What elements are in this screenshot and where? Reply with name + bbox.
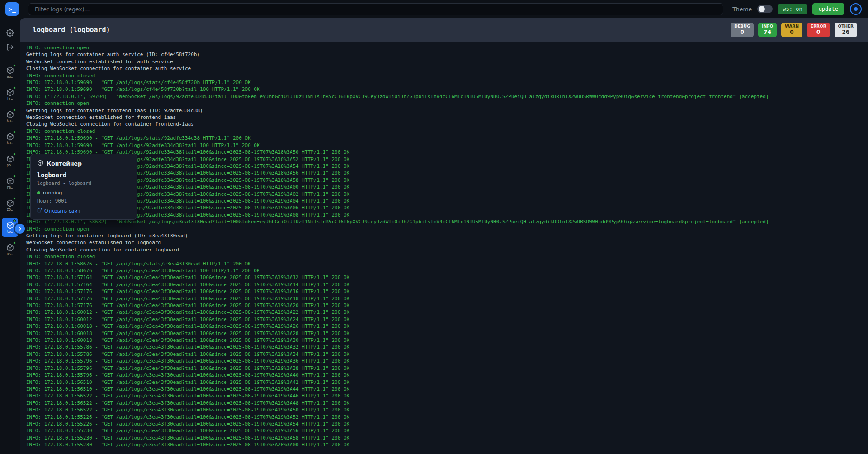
container-label: au…: [7, 75, 13, 79]
logout-icon: [6, 43, 14, 53]
log-line: INFO: 172.18.0.1:59690 - "GET /api/logs/…: [26, 149, 868, 156]
log-line: INFO: ('172.18.0.1', 59704) - "WebSocket…: [26, 93, 868, 100]
log-line: INFO: connection closed: [26, 128, 868, 135]
log-line: INFO: 172.18.0.1:59690 - "GET /api/logs/…: [26, 170, 868, 176]
log-line: Closing WebSocket connection for contain…: [26, 121, 868, 128]
logout-button[interactable]: [4, 42, 16, 54]
log-line: INFO: 172.18.0.1:58676 - "GET /api/logs/…: [26, 260, 868, 267]
container-label: ka…: [7, 119, 13, 123]
external-link-icon: [37, 208, 42, 214]
container-label: fr…: [7, 97, 13, 101]
update-button[interactable]: update: [812, 3, 844, 15]
log-line: INFO: 172.18.0.1:56522 - "GET /api/logs/…: [26, 393, 868, 399]
log-line: INFO: 172.18.0.1:59690 - "GET /api/logs/…: [26, 198, 868, 204]
log-line: INFO: connection closed: [26, 253, 868, 260]
main-header: logboard (logboard) DEBUG 0 INFO 74 WARN…: [20, 18, 868, 42]
log-line: INFO: 172.18.0.1:60018 - "GET /api/logs/…: [26, 330, 868, 337]
sidebar-container-item[interactable]: au…: [2, 62, 18, 82]
sidebar-container-item[interactable]: re…: [2, 173, 18, 193]
filter-input[interactable]: [28, 3, 723, 15]
running-status-dot: [37, 191, 40, 194]
level-badge-label: OTHER: [838, 24, 854, 29]
sidebar-container-item[interactable]: fr…: [2, 85, 18, 104]
log-line: INFO: 172.18.0.1:59690 - "GET /api/logs/…: [26, 184, 868, 190]
avatar-icon: [854, 7, 858, 11]
container-icon: [37, 160, 43, 167]
log-line: INFO: 172.18.0.1:59690 - "GET /api/logs/…: [26, 135, 868, 142]
sidebar-container-item[interactable]: us…: [2, 240, 18, 260]
log-line: INFO: 172.18.0.1:59690 - "GET /api/logs/…: [26, 156, 868, 163]
running-dot: [13, 219, 16, 222]
running-dot: [13, 64, 16, 67]
topbar-controls: Theme ws: on update: [732, 3, 863, 15]
theme-toggle[interactable]: [757, 5, 773, 13]
log-list[interactable]: INFO: connection openGetting logs for co…: [20, 42, 868, 454]
app-logo-icon: >_: [5, 2, 19, 16]
level-badge-count: 0: [785, 29, 799, 36]
open-site-label: Открыть сайт: [44, 208, 80, 214]
running-dot: [13, 175, 16, 178]
main-panel: logboard (logboard) DEBUG 0 INFO 74 WARN…: [20, 18, 868, 454]
log-line: INFO: connection open: [26, 100, 868, 107]
log-line: INFO: 172.18.0.1:59690 - "GET /api/logs/…: [26, 191, 868, 198]
container-label: lo…: [7, 230, 13, 234]
log-line: INFO: 172.18.0.1:56510 - "GET /api/logs/…: [26, 379, 868, 386]
container-icon: [6, 133, 14, 141]
tooltip-title: Контейнер: [47, 160, 82, 167]
running-dot: [13, 153, 16, 156]
log-line: INFO: 172.18.0.1:55786 - "GET /api/logs/…: [26, 351, 868, 358]
log-line: INFO: connection open: [26, 226, 868, 232]
log-line: Getting logs for container frontend-iaas…: [26, 107, 868, 114]
log-line: INFO: connection closed: [26, 72, 868, 79]
log-line: INFO: 172.18.0.1:59690 - "GET /api/logs/…: [26, 204, 868, 211]
log-line: INFO: 172.18.0.1:59690 - "GET /api/logs/…: [26, 163, 868, 170]
running-dot: [13, 131, 16, 133]
log-line: INFO: 172.18.0.1:56522 - "GET /api/logs/…: [26, 407, 868, 413]
sidebar-container-item[interactable]: ka…: [2, 107, 18, 127]
tooltip-header: Контейнер: [37, 160, 130, 167]
open-site-link[interactable]: Открыть сайт: [37, 208, 130, 214]
tooltip-status-text: running: [43, 190, 62, 196]
gear-icon: [6, 29, 14, 38]
log-line: INFO: 172.18.0.1:55226 - "GET /api/logs/…: [26, 421, 868, 427]
sidebar-container-item[interactable]: po…: [2, 151, 18, 171]
tooltip-container-name: logboard: [37, 171, 130, 179]
log-line: INFO: 172.18.0.1:59690 - "GET /api/logs/…: [26, 86, 868, 93]
log-line: INFO: 172.18.0.1:59690 - "GET /api/logs/…: [26, 212, 868, 218]
log-line: Closing WebSocket connection for contain…: [26, 246, 868, 253]
level-badge: INFO 74: [758, 23, 777, 37]
sidebar-container-item[interactable]: ka…: [2, 129, 18, 149]
log-line: INFO: 172.18.0.1:55230 - "GET /api/logs/…: [26, 441, 868, 448]
log-line: INFO: 172.18.0.1:55796 - "GET /api/logs/…: [26, 372, 868, 378]
level-badge: WARN 0: [781, 23, 802, 37]
running-dot: [13, 109, 16, 111]
theme-toggle-knob: [759, 6, 765, 12]
log-line: INFO: 172.18.0.1:57176 - "GET /api/logs/…: [26, 288, 868, 295]
log-line: INFO: 172.18.0.1:57164 - "GET /api/logs/…: [26, 281, 868, 288]
tooltip-subtitle: logboard • logboard: [37, 180, 130, 186]
log-line: INFO: 172.18.0.1:57176 - "GET /api/logs/…: [26, 302, 868, 309]
level-badge-count: 26: [838, 29, 854, 36]
log-line: INFO: 172.18.0.1:58676 - "GET /api/logs/…: [26, 267, 868, 274]
container-icon: [6, 199, 14, 207]
container-label: ka…: [7, 141, 13, 145]
chevron-right-icon: [17, 225, 23, 233]
level-badge-label: WARN: [785, 24, 799, 29]
log-line: INFO: 172.18.0.1:59690 - "GET /api/logs/…: [26, 142, 868, 149]
container-icon: [6, 89, 14, 96]
level-badge: DEBUG 0: [731, 23, 754, 37]
settings-button[interactable]: [4, 27, 16, 40]
avatar-button[interactable]: [850, 3, 862, 15]
log-line: INFO: 172.18.0.1:60012 - "GET /api/logs/…: [26, 309, 868, 316]
log-line: WebSocket connection established for aut…: [26, 58, 868, 65]
log-line: Getting logs for container logboard (ID:…: [26, 232, 868, 239]
container-icon: [6, 66, 14, 74]
log-line: INFO: connection open: [26, 44, 868, 51]
log-line: INFO: 172.18.0.1:56510 - "GET /api/logs/…: [26, 386, 868, 393]
expand-sidebar-button[interactable]: [15, 224, 25, 234]
sidebar-container-item[interactable]: zo…: [2, 195, 18, 215]
log-line: INFO: 172.18.0.1:56522 - "GET /api/logs/…: [26, 400, 868, 407]
log-line: INFO: 172.18.0.1:55796 - "GET /api/logs/…: [26, 365, 868, 372]
log-line: INFO: ('172.18.0.1', 58682) - "WebSocket…: [26, 218, 868, 225]
level-badge-label: ERROR: [811, 24, 826, 29]
